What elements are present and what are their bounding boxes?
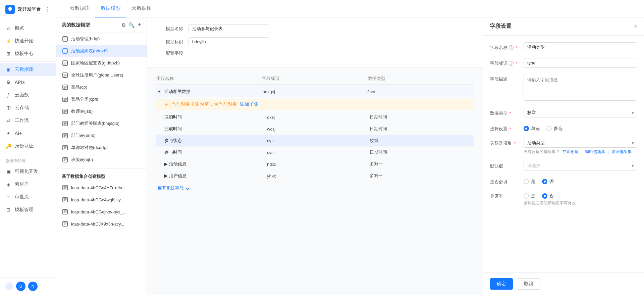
sidebar-item-template[interactable]: ⊞ 模板中心 [0,47,56,60]
radio-multi-select[interactable]: 多选 [546,126,562,132]
model-item-globalUsers[interactable]: 全球注册用户(globalUsers) [56,69,147,81]
base-model-icon [62,184,68,191]
function-icon: ƒ [5,92,11,98]
template-icon: ⊞ [5,51,11,57]
add-subset-link[interactable]: 添加子集 [240,101,259,107]
user-avatar[interactable]: U [16,282,25,291]
radio-single-select[interactable]: 单选 [524,126,540,132]
info-icon[interactable]: i [509,61,514,66]
datatype-select[interactable]: 枚举 字符串 数字 日期时间 布尔 [524,108,637,117]
base-models-section: 基于数据集合创建模型 lcap-data-4bCGc4AZr-rela... l… [56,168,147,230]
manage-options-link[interactable]: 管理选项集 [611,149,632,155]
model-name-input[interactable] [189,24,269,33]
radio-required-no[interactable]: 否 [542,179,554,185]
model-item-bmb[interactable]: 部门表(bmb) [56,130,147,142]
workflow-icon: ⇄ [5,117,11,124]
settings-value-id [524,58,637,68]
sidebar-item-overview[interactable]: ⌂ 概览 [0,22,56,35]
field-id: hdxx [267,162,370,167]
settings-label-default: 默认值 [490,161,524,169]
sidebar-item-template-mgr[interactable]: ⊡ 模板管理 [0,203,56,216]
radio-unique-no[interactable]: 否 [542,193,554,199]
model-item-cp[interactable]: 菜品(cp) [56,81,147,93]
sidebar-item-aiplus[interactable]: ✦ AI+ [0,127,56,140]
sidebar-item-materials[interactable]: ◈ 素材库 [0,178,56,191]
search-icon[interactable]: 🔍 [128,22,135,28]
base-model-item-lcap4[interactable]: lcap-data-4bCJX9x3h-zcy... [56,218,147,230]
required-radio-group: 是 否 [524,177,637,185]
create-options-link[interactable]: 立即创建 [562,149,579,155]
settings-value-default: 请选择 [524,161,637,170]
sidebar-item-clouddb[interactable]: ◉ 云数据库 [0,63,56,76]
cancel-button[interactable]: 取消 [517,278,540,290]
model-item-gjdqpzb[interactable]: 国家地区配置表(gjdqpzb) [56,57,147,69]
expand-icon: ▶ [164,173,168,178]
field-group-header[interactable]: 活动相关数据 hdxgsj Json [156,86,474,97]
radio-unique-yes[interactable]: 是 [524,193,535,199]
field-desc-textarea[interactable] [524,74,637,101]
settings-row-select-config: 选择设置 * 单选 多选 [490,124,637,132]
linked-options-select-wrapper: 活动类型 [524,138,637,148]
model-item-bjb[interactable]: 班级表(bjb) [56,154,147,166]
edit-options-link[interactable]: 编辑选项集 [585,149,605,155]
sidebar-item-batch[interactable]: ≡ 审批流 [0,191,56,203]
tab-clouddb2[interactable]: 云数据库 [126,0,157,17]
field-settings-header: 字段设置 × [483,17,644,36]
settings-row-name: 字段名称 i * [490,42,637,52]
sidebar-item-cloudfunc[interactable]: ƒ 云函数 [0,89,56,101]
expand-system-fields-button[interactable]: 展开系统字段 [156,182,474,195]
model-item-hdgl[interactable]: 活动管理(hdgl) [56,33,147,45]
api-icon: ⚙ [5,79,11,85]
model-list-header: 我的数据模型 ⚙ 🔍 + [56,17,147,33]
settings-icon[interactable]: ⚙ [121,22,126,28]
collapse-sidebar-button[interactable]: ‹ [5,282,13,290]
sidebar-item-label: 可视化开发 [15,168,38,175]
sidebar-item-workflow[interactable]: ⇄ 工作流 [0,114,56,127]
notifications-avatar[interactable]: N [28,282,38,291]
tab-datamodel[interactable]: 数据模型 [95,0,126,17]
home-icon: ⌂ [5,25,11,31]
field-row-wcsj[interactable]: 完成时间 wcsj 日期时间 [156,123,474,135]
form-row-id: 模型标识 [156,37,474,46]
model-item-cpfl[interactable]: 菜品分类(cpfl) [56,93,147,105]
add-model-icon[interactable]: + [138,21,141,29]
tab-clouddb[interactable]: 云数据库 [64,0,95,17]
close-field-settings-button[interactable]: × [634,23,637,30]
sidebar-item-auth[interactable]: 🔑 身份认证 [0,140,56,152]
template-mgr-icon: ⊡ [5,207,11,213]
sidebar-header: 云开发平台 ⋮ [0,0,56,19]
field-row-yhxx[interactable]: ▶用户信息 yhxx 多对一 [156,170,474,182]
default-value-select[interactable]: 请选择 [524,161,637,170]
model-icon [62,72,68,79]
model-item-bmjsglb[interactable]: 部门教师关联表(bmjsglb) [56,117,147,130]
field-row-hdxx[interactable]: ▶活动信息 hdxx 多对一 [156,158,474,170]
base-model-item-lcap3[interactable]: lcap-data-4bCGejhov-sys_... [56,206,147,218]
sidebar-item-cloudstorage[interactable]: ◫ 云存储 [0,101,56,114]
model-item-hdgzb[interactable]: 活动规则表(hdgzb) [56,45,147,57]
more-options-icon[interactable]: ⋮ [45,6,51,13]
field-id: yhxx [267,174,370,179]
field-id-input[interactable] [524,58,637,68]
model-item-jsb[interactable]: 教师表(jsb) [56,105,147,117]
sidebar-item-label: 云存储 [15,105,29,111]
top-navigation: 云数据库 数据模型 云数据库 [56,0,644,17]
field-row-qxsj[interactable]: 取消时间 qxsj 日期时间 [156,111,474,123]
linked-options-select[interactable]: 活动类型 [524,138,637,148]
field-row-cysj[interactable]: 参与时间 cysj 日期时间 [156,147,474,158]
model-id-input[interactable] [189,37,269,46]
model-item-label: 国家地区配置表(gjdqpzb) [71,60,120,66]
model-item-dcddp[interactable]: 单词对对碰(dcddp) [56,142,147,154]
info-icon[interactable]: i [509,45,514,50]
lowcode-section-label: 微搭低代码 [0,155,56,165]
sidebar-item-quickstart[interactable]: ⚡ 快速开始 [0,35,56,47]
field-row-cyzt[interactable]: 参与状态 cyzt 枚举 [156,135,474,147]
base-model-item-lcap2[interactable]: lcap-data-4bCGc4wgK-sy... [56,194,147,206]
sidebar-item-visual[interactable]: ▣ 可视化开发 [0,165,56,178]
base-model-item-lcap1[interactable]: lcap-data-4bCGc4AZr-rela... [56,182,147,194]
base-model-item-label: lcap-data-4bCGc4AZr-rela... [71,185,126,190]
field-name-input[interactable] [524,42,637,52]
field-settings-title: 字段设置 [490,23,512,30]
radio-required-yes[interactable]: 是 [524,179,535,185]
confirm-button[interactable]: 确定 [490,278,513,290]
sidebar-item-apis[interactable]: ⚙ APIs [0,76,56,89]
